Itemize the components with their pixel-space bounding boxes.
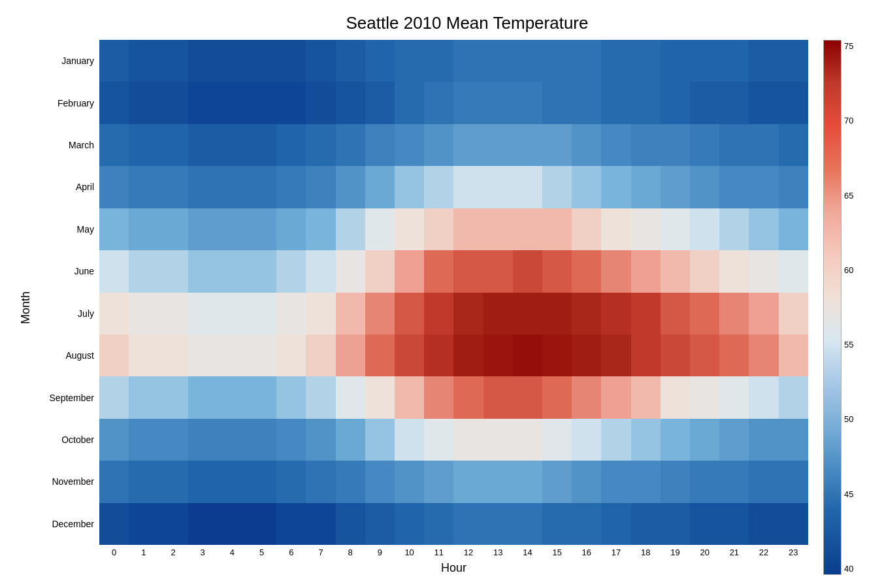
heatmap-cell [601,461,630,502]
colorbar-tick: 45 [844,489,853,499]
heatmap-cell [276,124,306,166]
heatmap-cell [158,376,188,418]
heatmap-row: May [37,208,808,250]
heatmap-cell [424,461,453,502]
heatmap-cell [572,335,601,376]
heatmap-cell [572,250,601,292]
heatmap-cell [365,419,395,461]
heatmap-cell [513,376,542,418]
heatmap-cell [542,419,572,461]
heatmap-cell [719,250,749,292]
heatmap-cell [99,335,129,376]
x-tick: 3 [188,545,218,557]
heatmap-cell [779,376,808,418]
heatmap-cell [661,335,690,376]
heatmap-cell [424,40,453,82]
heatmap-cell [276,293,306,335]
heatmap-cell [779,124,808,166]
heatmap-cell [395,166,424,208]
heatmap-cell [365,124,395,166]
heatmap-cell [218,461,247,502]
heatmap-cell [158,461,188,502]
heatmap-cell [719,503,749,545]
colorbar-wrapper: 7570656055504540 [823,40,862,575]
heatmap-cell [719,335,749,376]
heatmap-cell [483,376,513,418]
heatmap-cell [749,293,778,335]
heatmap-cell [365,82,395,123]
heatmap-cell [719,461,749,502]
heatmap-cell [276,419,306,461]
heatmap-cell [453,419,483,461]
heatmap-cell [542,250,572,292]
y-axis-label: Month [16,40,35,575]
heatmap-cell [661,376,690,418]
heatmap-cell [779,166,808,208]
heatmap-cell [306,82,335,123]
heatmap-cell [690,419,719,461]
heatmap-cell [453,293,483,335]
heatmap-cell [129,40,158,82]
heatmap-cell [365,335,395,376]
heatmap-cell [218,82,247,123]
heatmap-cell [218,419,247,461]
heatmap-cell [542,293,572,335]
heatmap-cell [306,376,335,418]
heatmap-cell [306,461,335,502]
heatmap-cell [188,166,218,208]
heatmap-cell [572,419,601,461]
heatmap-cell [424,503,453,545]
heatmap-cells [99,376,808,418]
heatmap-cell [483,419,513,461]
colorbar-tick: 40 [844,564,853,574]
heatmap-cell [247,208,276,250]
heatmap-cell [247,461,276,502]
heatmap-cell [601,293,630,335]
heatmap-cell [218,335,247,376]
heatmap-cell [218,40,247,82]
heatmap-cell [779,293,808,335]
month-label: October [37,434,99,445]
heatmap-cell [513,503,542,545]
heatmap-cell [572,166,601,208]
heatmap-cells [99,250,808,292]
heatmap-cell [99,208,129,250]
heatmap-cell [542,208,572,250]
heatmap-cell [188,40,218,82]
colorbar-tick: 60 [844,265,853,275]
x-tick: 19 [661,545,690,557]
heatmap-cell [631,82,661,123]
heatmap-cell [99,461,129,502]
heatmap-cell [749,461,778,502]
heatmap-row: March [37,124,808,166]
heatmap-cell [306,419,335,461]
heatmap-cell [572,208,601,250]
heatmap-row: April [37,166,808,208]
heatmap-cell [424,250,453,292]
colorbar-area: 7570656055504540 [820,40,866,575]
heatmap-row: September [37,376,808,418]
heatmap-cell [395,40,424,82]
heatmap-cell [749,335,778,376]
heatmap-cell [158,293,188,335]
heatmap-cell [631,335,661,376]
x-tick: 11 [424,545,453,557]
heatmap-cell [779,250,808,292]
x-tick: 12 [453,545,483,557]
heatmap-cell [306,40,335,82]
heatmap-cell [129,293,158,335]
heatmap-cell [99,419,129,461]
heatmap-cell [542,335,572,376]
x-tick: 15 [542,545,572,557]
heatmap-cell [631,250,661,292]
x-tick: 8 [336,545,365,557]
heatmap-cell [601,419,630,461]
heatmap-cell [661,461,690,502]
heatmap-cell [336,124,365,166]
heatmap-cell [631,376,661,418]
heatmap: JanuaryFebruaryMarchAprilMayJuneJulyAugu… [37,40,808,545]
heatmap-cells [99,124,808,166]
heatmap-cell [631,40,661,82]
heatmap-cell [483,461,513,502]
heatmap-cell [188,208,218,250]
